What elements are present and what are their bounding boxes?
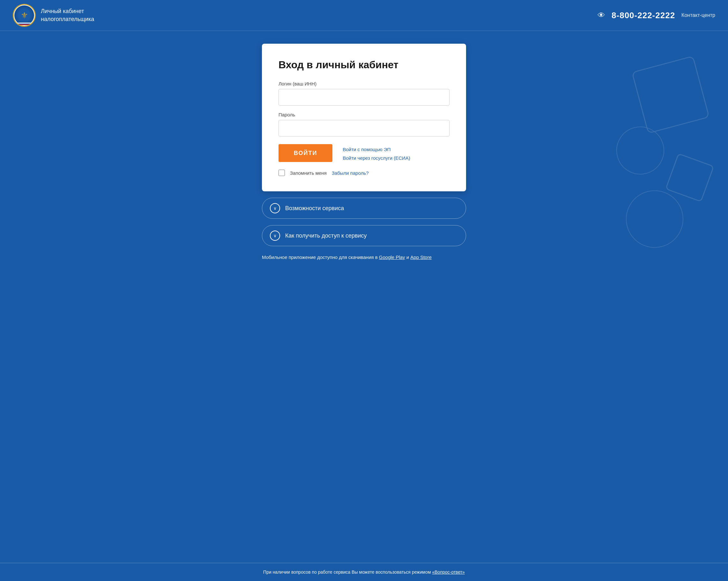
accordion-label-1: Возможности сервиса bbox=[285, 205, 344, 212]
mobile-app-section: Мобильное приложение доступно для скачив… bbox=[262, 254, 466, 261]
remember-row: Запомнить меня Забыли пароль? bbox=[279, 170, 449, 176]
header-left: ⚜ Личный кабинет налогоплательщика bbox=[13, 4, 94, 27]
footer-text: При наличии вопросов по работе сервиса В… bbox=[13, 570, 715, 575]
app-store-link[interactable]: App Store bbox=[410, 255, 432, 260]
ep-login-link[interactable]: Войти с помощью ЭП bbox=[343, 147, 410, 152]
gosuslugi-login-link[interactable]: Войти через госуслуги (ЕСИА) bbox=[343, 155, 410, 161]
accordion-item-access[interactable]: ∨ Как получить доступ к сервису bbox=[262, 225, 466, 246]
flag-icon bbox=[15, 23, 34, 25]
header: ⚜ Личный кабинет налогоплательщика 👁 8-8… bbox=[0, 0, 728, 31]
header-right: 👁 8-800-222-2222 Контакт-центр bbox=[598, 10, 715, 20]
footer-text-before: При наличии вопросов по работе сервиса В… bbox=[263, 570, 432, 575]
password-input[interactable] bbox=[279, 120, 449, 136]
mobile-app-text-before: Мобильное приложение доступно для скачив… bbox=[262, 255, 379, 260]
bg-decoration bbox=[600, 31, 728, 563]
login-button[interactable]: ВОЙТИ bbox=[279, 144, 332, 162]
password-label: Пароль bbox=[279, 112, 449, 117]
accordion-label-2: Как получить доступ к сервису bbox=[285, 233, 367, 239]
accordion-section: ∨ Возможности сервиса ∨ Как получить дос… bbox=[262, 191, 466, 246]
remember-me-label: Запомнить меня bbox=[290, 170, 327, 176]
login-label: Логин (ваш ИНН) bbox=[279, 81, 449, 86]
login-links: Войти с помощью ЭП Войти через госуслуги… bbox=[343, 144, 410, 161]
main-content: Вход в личный кабинет Логин (ваш ИНН) Па… bbox=[0, 31, 728, 563]
accordion-item-features[interactable]: ∨ Возможности сервиса bbox=[262, 198, 466, 219]
google-play-link[interactable]: Google Play bbox=[379, 255, 405, 260]
contact-center-link[interactable]: Контакт-центр bbox=[681, 12, 715, 18]
forgot-password-link[interactable]: Забыли пароль? bbox=[332, 170, 369, 176]
eagle-icon: ⚜ bbox=[21, 11, 28, 20]
footer: При наличии вопросов по работе сервиса В… bbox=[0, 563, 728, 581]
remember-me-checkbox[interactable] bbox=[279, 170, 285, 176]
login-title: Вход в личный кабинет bbox=[279, 59, 449, 71]
chevron-down-icon-1: ∨ bbox=[270, 203, 280, 213]
logo: ⚜ bbox=[13, 4, 36, 27]
chevron-down-icon-2: ∨ bbox=[270, 231, 280, 241]
password-field-group: Пароль bbox=[279, 112, 449, 136]
login-card: Вход в личный кабинет Логин (ваш ИНН) Па… bbox=[262, 44, 466, 191]
faq-link[interactable]: «Вопрос-ответ» bbox=[432, 570, 465, 575]
mobile-app-text-between: и bbox=[405, 255, 411, 260]
phone-number: 8-800-222-2222 bbox=[612, 10, 675, 20]
eye-icon[interactable]: 👁 bbox=[598, 11, 605, 20]
login-input[interactable] bbox=[279, 89, 449, 106]
login-field-group: Логин (ваш ИНН) bbox=[279, 81, 449, 106]
site-title: Личный кабинет налогоплательщика bbox=[41, 7, 94, 23]
login-actions: ВОЙТИ Войти с помощью ЭП Войти через гос… bbox=[279, 144, 449, 162]
